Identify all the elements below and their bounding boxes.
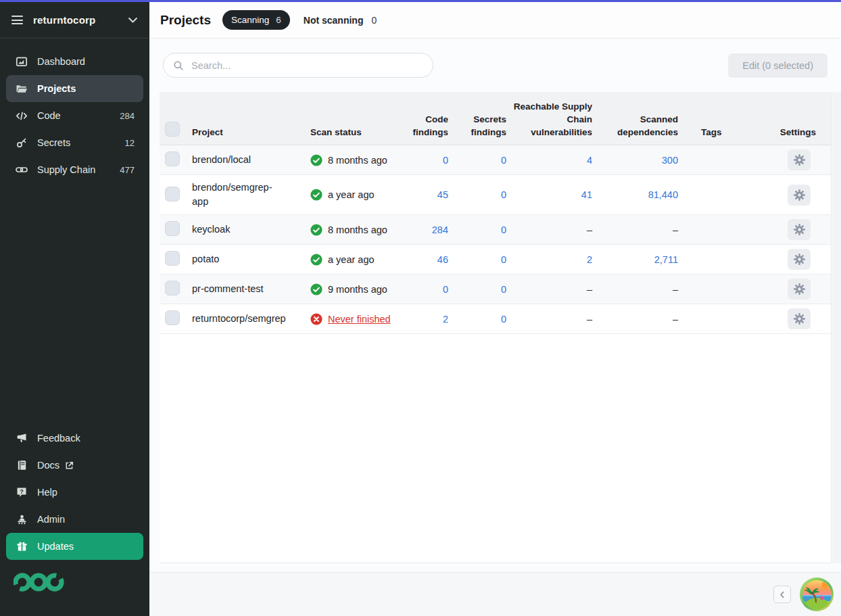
- project-name-link[interactable]: potato: [192, 247, 219, 272]
- gift-icon: [15, 541, 28, 552]
- row-select-checkbox[interactable]: [165, 187, 180, 202]
- secrets-findings-link[interactable]: 0: [501, 284, 506, 295]
- secrets-findings-cell: 0: [448, 189, 506, 200]
- sidebar-item-projects[interactable]: Projects: [6, 75, 143, 102]
- reachable-vulns-cell: 2: [506, 254, 592, 265]
- toolbar: Edit (0 selected): [149, 39, 841, 92]
- help-bubble-icon: ?: [15, 487, 28, 498]
- code-findings-link[interactable]: 46: [437, 254, 448, 265]
- admin-icon: [15, 514, 28, 525]
- code-findings-link[interactable]: 45: [437, 189, 448, 200]
- code-findings-cell: 284: [398, 224, 448, 235]
- scanned-deps-cell: 300: [592, 155, 678, 166]
- hamburger-icon[interactable]: [11, 16, 23, 24]
- sidebar-item-supply-chain[interactable]: Supply Chain 477: [6, 156, 143, 183]
- check-circle-icon: [310, 154, 322, 166]
- secrets-findings-cell: 0: [448, 254, 506, 265]
- code-findings-link[interactable]: 2: [443, 314, 448, 325]
- secrets-findings-link[interactable]: 0: [501, 189, 506, 200]
- table-row: pr-comment-test 9 months ago 0 0 – –: [160, 275, 831, 304]
- select-all-checkbox[interactable]: [165, 122, 180, 137]
- reachable-vulns-link[interactable]: 41: [581, 189, 592, 200]
- project-name-link[interactable]: pr-comment-test: [192, 277, 264, 302]
- search-input[interactable]: [190, 60, 423, 72]
- gear-icon: [793, 253, 806, 266]
- settings-button[interactable]: [788, 185, 811, 206]
- secrets-findings-cell: 0: [448, 155, 506, 166]
- row-select-checkbox[interactable]: [165, 151, 180, 166]
- page-header: Projects Scanning 6 Not scanning 0: [149, 2, 841, 39]
- sidebar-item-dashboard[interactable]: Dashboard: [6, 48, 143, 75]
- search-box[interactable]: [163, 53, 433, 78]
- empty-value: –: [587, 284, 592, 295]
- semgrep-logo: [14, 571, 149, 616]
- sidebar-item-docs[interactable]: Docs: [6, 452, 143, 479]
- check-circle-icon: [310, 254, 322, 266]
- empty-value: –: [587, 224, 592, 235]
- settings-button[interactable]: [788, 249, 811, 270]
- external-link-icon: [65, 461, 74, 470]
- settings-button[interactable]: [788, 219, 811, 240]
- edit-selected-button[interactable]: Edit (0 selected): [728, 53, 827, 78]
- sidebar-item-admin[interactable]: Admin: [6, 506, 143, 533]
- tab-not-scanning[interactable]: Not scanning 0: [304, 15, 377, 26]
- sidebar-item-updates[interactable]: Updates: [6, 533, 143, 560]
- sidebar-item-secrets[interactable]: Secrets 12: [6, 129, 143, 156]
- scanned-deps-link[interactable]: 81,440: [648, 189, 678, 200]
- row-select-checkbox[interactable]: [165, 221, 180, 236]
- row-select-checkbox[interactable]: [165, 251, 180, 266]
- sidebar-item-help[interactable]: ? Help: [6, 479, 143, 506]
- gear-icon: [793, 312, 806, 325]
- secrets-findings-link[interactable]: 0: [501, 254, 506, 265]
- search-icon: [173, 60, 184, 71]
- project-name-link[interactable]: brendon/semgrep-app: [192, 175, 280, 214]
- org-switcher[interactable]: returntocorp: [0, 2, 149, 39]
- tab-scanning[interactable]: Scanning 6: [222, 10, 290, 30]
- code-findings-link[interactable]: 284: [432, 224, 448, 235]
- project-name-link[interactable]: keycloak: [192, 217, 230, 242]
- folder-icon: [15, 84, 28, 94]
- palm-island-widget[interactable]: [800, 577, 834, 611]
- scanned-deps-link[interactable]: 300: [662, 155, 678, 166]
- scanned-deps-link[interactable]: 2,711: [654, 254, 678, 265]
- pagination-prev-button[interactable]: [773, 586, 791, 603]
- sidebar-item-feedback[interactable]: Feedback: [6, 425, 143, 452]
- scan-status-text[interactable]: Never finished: [328, 314, 391, 325]
- settings-button[interactable]: [788, 279, 811, 300]
- sidebar-item-code[interactable]: Code 284: [6, 102, 143, 129]
- settings-button[interactable]: [788, 149, 811, 170]
- code-findings-cell: 2: [398, 314, 448, 325]
- code-findings-cell: 0: [398, 155, 448, 166]
- col-reachable-vulns: Reachable Supply Chain vulnerabilities: [506, 100, 592, 139]
- table-body: brendon/local 8 months ago 0 0 4 300: [160, 145, 831, 334]
- scanned-deps-cell: –: [592, 314, 678, 325]
- scroll-gutter: [832, 92, 841, 563]
- empty-value: –: [587, 314, 592, 325]
- gear-icon: [793, 189, 806, 202]
- row-select-checkbox[interactable]: [165, 281, 180, 295]
- reachable-vulns-link[interactable]: 4: [587, 155, 592, 166]
- settings-button[interactable]: [788, 308, 811, 329]
- empty-value: –: [673, 314, 678, 325]
- code-findings-link[interactable]: 0: [443, 155, 448, 166]
- col-scan-status: Scan status: [310, 126, 398, 139]
- scan-status-text: 8 months ago: [328, 155, 387, 166]
- not-scanning-count: 0: [371, 15, 377, 26]
- row-select-checkbox[interactable]: [165, 310, 180, 325]
- scanned-deps-cell: 2,711: [592, 254, 678, 265]
- secrets-findings-cell: 0: [448, 224, 506, 235]
- check-circle-icon: [310, 283, 322, 295]
- secrets-findings-link[interactable]: 0: [501, 224, 506, 235]
- top-accent-strip: [0, 0, 841, 2]
- empty-value: –: [673, 284, 678, 295]
- chevron-left-icon: [779, 591, 786, 598]
- project-name-link[interactable]: brendon/local: [192, 147, 251, 172]
- reachable-vulns-cell: –: [506, 224, 592, 235]
- secrets-findings-link[interactable]: 0: [501, 314, 506, 325]
- code-findings-link[interactable]: 0: [443, 284, 448, 295]
- reachable-vulns-link[interactable]: 2: [587, 254, 592, 265]
- secrets-findings-link[interactable]: 0: [501, 155, 506, 166]
- project-name-link[interactable]: returntocorp/semgrep: [192, 306, 286, 331]
- book-icon: [15, 460, 28, 471]
- code-findings-cell: 46: [398, 254, 448, 265]
